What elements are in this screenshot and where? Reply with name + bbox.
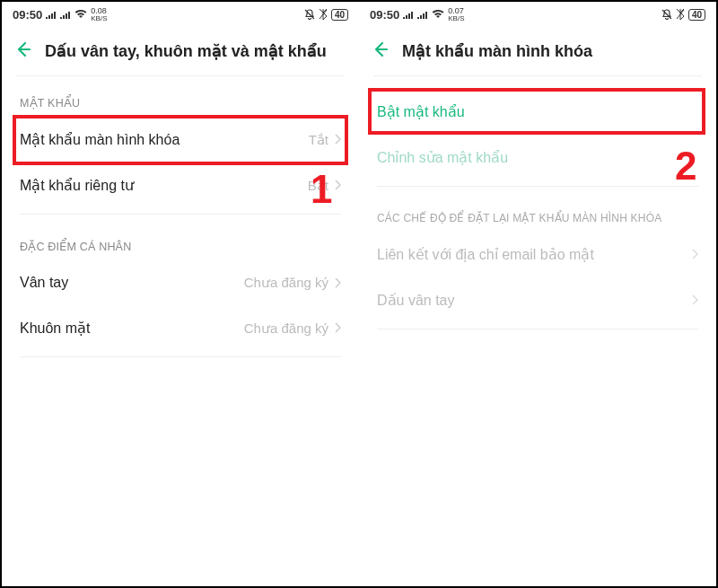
menu-item-face[interactable]: Khuôn mặt Chưa đăng ký: [2, 305, 359, 351]
menu-item-label: Mật khẩu riêng tư: [20, 177, 134, 194]
menu-item-value: [691, 293, 698, 308]
section-header-biometrics: ĐẶC ĐIỂM CÁ NHÂN: [2, 220, 359, 260]
section-header-reset-modes: CÁC CHẾ ĐỘ ĐỂ ĐẶT LẠI MẬT KHẨU MÀN HÌNH …: [359, 192, 716, 232]
menu-item-private-password[interactable]: Mật khẩu riêng tư Bật: [2, 162, 359, 208]
status-bar: 09:50 0.08 KB/S 40: [2, 2, 359, 27]
menu-item-value: Bật: [308, 178, 341, 194]
signal-icon: [46, 10, 57, 19]
chevron-right-icon: [334, 132, 341, 147]
wifi-icon: [432, 10, 444, 19]
menu-item-value: Tắt: [309, 132, 341, 148]
phone-screenshot-left: 09:50 0.08 KB/S 40: [2, 2, 359, 586]
chevron-right-icon: [334, 276, 341, 291]
network-speed: 0.08 KB/S: [91, 7, 107, 22]
wifi-icon: [74, 10, 87, 19]
section-divider: [20, 356, 341, 357]
menu-item-label: Vân tay: [20, 275, 68, 291]
signal-icon-2: [60, 10, 71, 19]
menu-item-label: Dấu vân tay: [377, 292, 454, 309]
menu-item-fingerprint: Dấu vân tay: [359, 277, 716, 323]
menu-item-label: Chỉnh sửa mật khẩu: [377, 149, 508, 166]
page-title: Mật khẩu màn hình khóa: [402, 41, 592, 61]
chevron-right-icon: [334, 178, 341, 193]
status-right: 40: [661, 9, 705, 21]
chevron-right-icon: [691, 293, 698, 308]
back-arrow-icon[interactable]: [370, 39, 390, 63]
signal-icon: [403, 10, 414, 19]
section-header-password: MẬT KHẨU: [2, 76, 359, 117]
menu-item-label: Liên kết với địa chỉ email bảo mật: [377, 246, 594, 263]
menu-item-edit-password: Chỉnh sửa mật khẩu: [359, 135, 716, 180]
status-left: 09:50 0.08 KB/S: [13, 7, 107, 22]
battery-indicator: 40: [688, 9, 705, 21]
mute-icon: [304, 9, 315, 20]
chevron-right-icon: [691, 247, 698, 262]
network-speed: 0.07 KB/S: [448, 7, 464, 22]
status-right: 40: [304, 9, 348, 21]
menu-item-fingerprint[interactable]: Vân tay Chưa đăng ký: [2, 260, 359, 305]
menu-item-label: Bật mật khẩu: [377, 103, 465, 120]
section-divider: [377, 186, 698, 187]
menu-item-label: Mật khẩu màn hình khóa: [20, 131, 180, 148]
status-time: 09:50: [13, 8, 42, 22]
menu-item-enable-password[interactable]: Bật mật khẩu: [359, 89, 716, 135]
bluetooth-off-icon: [676, 9, 685, 20]
menu-item-label: Khuôn mặt: [20, 320, 90, 337]
menu-item-value: [691, 247, 698, 262]
page-header: Mật khẩu màn hình khóa: [359, 27, 716, 75]
back-arrow-icon[interactable]: [13, 39, 32, 63]
menu-item-link-email: Liên kết với địa chỉ email bảo mật: [359, 232, 716, 277]
menu-item-value: Chưa đăng ký: [244, 275, 341, 291]
status-time: 09:50: [370, 8, 399, 22]
mute-icon: [661, 9, 672, 20]
signal-icon-2: [417, 10, 428, 19]
section-divider: [377, 329, 698, 329]
section-divider: [20, 214, 341, 215]
status-left: 09:50 0.07 KB/S: [370, 7, 464, 22]
battery-indicator: 40: [331, 9, 348, 21]
page-header: Dấu vân tay, khuôn mặt và mật khẩu: [2, 27, 359, 75]
status-bar: 09:50 0.07 KB/S 40: [359, 2, 716, 27]
menu-item-lock-screen-password[interactable]: Mật khẩu màn hình khóa Tắt: [2, 117, 359, 162]
page-title: Dấu vân tay, khuôn mặt và mật khẩu: [45, 41, 327, 61]
chevron-right-icon: [334, 320, 341, 336]
phone-screenshot-right: 09:50 0.07 KB/S 40: [359, 2, 716, 586]
bluetooth-off-icon: [319, 9, 328, 20]
menu-item-value: Chưa đăng ký: [244, 320, 341, 337]
